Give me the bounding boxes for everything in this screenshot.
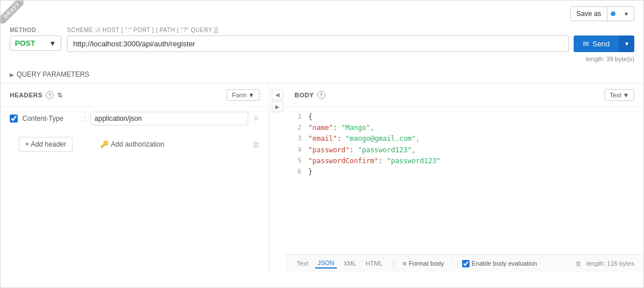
headers-sort-icon[interactable]: ⇅ [57, 92, 63, 99]
code-line-2: 2 "name": "Mango", [285, 123, 643, 133]
headers-panel-header: HEADERS ? ⇅ Form ▼ [1, 84, 269, 107]
nav-right-arrow[interactable]: ▶ [272, 101, 283, 112]
send-button[interactable]: ✉ Send [574, 35, 619, 52]
add-header-label: + Add header [25, 140, 66, 148]
enable-eval-label: Enable body evaluation [472, 260, 537, 267]
separator2: | [452, 259, 454, 267]
header-colon: : [84, 115, 86, 123]
headers-label: HEADERS [10, 92, 42, 98]
add-auth-button[interactable]: 🔑 Add authorization [100, 140, 164, 148]
format-icon: ≡ [403, 260, 406, 267]
code-editor[interactable]: 1 { 2 "name": "Mango", 3 "email": "mango… [285, 107, 643, 254]
method-select[interactable]: POST ▼ [10, 35, 61, 51]
code-line-4: 4 "password": "password123", [285, 145, 643, 156]
code-line-6: 6 } [285, 167, 643, 177]
body-text-label: Text [610, 92, 621, 98]
send-dropdown-button[interactable]: ▼ [619, 35, 634, 52]
nav-left-arrow[interactable]: ◀ [272, 89, 283, 100]
headers-panel: HEADERS ? ⇅ Form ▼ Content-Type : ✕ [1, 84, 269, 272]
url-label: SCHEME :// HOST [ ":" PORT ] [ PATH [ "?… [67, 27, 634, 33]
format-body-label: Format body [409, 260, 444, 267]
main-content: HEADERS ? ⇅ Form ▼ Content-Type : ✕ [1, 83, 643, 272]
format-tabs: Text JSON XML HTML | ≡ Format body | Ena… [295, 258, 537, 269]
code-line-5: 5 "passwordConfirm": "password123" [285, 156, 643, 167]
enable-eval-checkbox[interactable] [462, 260, 470, 267]
code-line-3: 3 "email": "mango@gmail.com", [285, 133, 643, 144]
url-input[interactable] [67, 35, 569, 52]
url-group: SCHEME :// HOST [ ":" PORT ] [ PATH [ "?… [67, 27, 634, 64]
bottom-right: 🗑 length: 116 bytes [575, 260, 634, 267]
body-panel-header: BODY ? Text ▼ [285, 84, 643, 107]
url-section: METHOD POST ▼ SCHEME :// HOST [ ":" PORT… [1, 25, 643, 68]
panel-nav: ◀ ▶ [269, 84, 285, 272]
save-as-button[interactable]: Save as ▼ [570, 6, 634, 21]
form-label: Form [232, 92, 247, 98]
draft-label: DRAFT [1, 1, 23, 23]
enable-eval-section: Enable body evaluation [462, 260, 537, 267]
query-params-toggle[interactable]: ▶ QUERY PARAMETERS [10, 70, 634, 78]
code-line-1: 1 { [285, 112, 643, 123]
method-chevron-icon: ▼ [49, 40, 56, 48]
form-chevron-icon: ▼ [248, 92, 255, 98]
body-title: BODY ? [295, 91, 325, 99]
body-text-chevron-icon: ▼ [623, 92, 629, 98]
method-value: POST [15, 39, 35, 48]
body-info-icon[interactable]: ? [317, 91, 325, 99]
body-length: length: 116 bytes [586, 260, 634, 267]
save-as-main-button[interactable]: Save as [571, 7, 607, 21]
draft-ribbon: DRAFT [1, 1, 23, 23]
body-label: BODY [295, 92, 314, 98]
body-text-button[interactable]: Text ▼ [605, 89, 634, 101]
add-auth-label: Add authorization [111, 140, 164, 148]
query-params-label: QUERY PARAMETERS [17, 70, 89, 78]
header-key: Content-Type [22, 115, 79, 123]
tab-xml[interactable]: XML [341, 259, 359, 268]
tab-json[interactable]: JSON [315, 258, 336, 269]
body-bottom-bar: Text JSON XML HTML | ≡ Format body | Ena… [285, 254, 643, 272]
query-params-section: ▶ QUERY PARAMETERS [1, 68, 643, 83]
method-group: METHOD POST ▼ [10, 27, 61, 51]
separator: | [393, 259, 395, 267]
body-delete-icon[interactable]: 🗑 [575, 260, 582, 267]
save-as-dropdown-button[interactable]: ▼ [619, 8, 634, 20]
header-checkbox[interactable] [10, 115, 18, 123]
headers-title: HEADERS ? ⇅ [10, 91, 63, 99]
key-icon: 🔑 [100, 140, 109, 148]
header-value-input[interactable] [90, 112, 248, 125]
url-length: length: 39 byte(s) [67, 54, 634, 64]
form-button[interactable]: Form ▼ [226, 89, 260, 101]
save-as-dot [611, 11, 615, 16]
tab-html[interactable]: HTML [363, 259, 385, 268]
tab-text[interactable]: Text [295, 259, 311, 268]
add-header-button[interactable]: + Add header [19, 137, 73, 152]
body-panel: BODY ? Text ▼ 1 { 2 "name": "Mango", [285, 84, 643, 272]
chevron-right-icon: ▶ [10, 72, 14, 78]
headers-info-icon[interactable]: ? [46, 91, 54, 99]
send-label: Send [593, 40, 610, 48]
header-delete-icon[interactable]: ✕ [253, 114, 260, 123]
send-icon: ✉ [583, 40, 589, 48]
url-input-row: ✉ Send ▼ [67, 35, 634, 52]
method-label: METHOD [10, 27, 61, 33]
header-item-row: Content-Type : ✕ [1, 107, 269, 130]
header-actions-row: + Add header 🔑 Add authorization 🗑 [1, 130, 269, 159]
send-group: ✉ Send ▼ [574, 35, 634, 52]
headers-delete-all-icon[interactable]: 🗑 [252, 140, 260, 149]
app-container: DRAFT Save as ▼ METHOD POST ▼ SCHEME ://… [0, 0, 644, 288]
format-body-button[interactable]: ≡ Format body [403, 260, 444, 267]
top-bar: Save as ▼ [1, 1, 643, 25]
